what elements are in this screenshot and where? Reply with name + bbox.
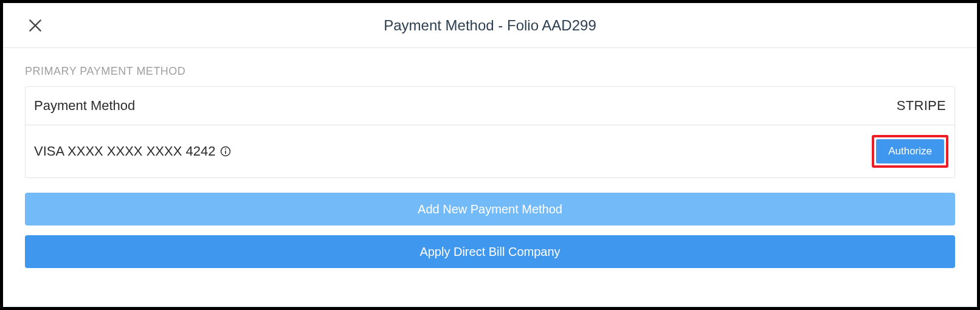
card-number-text: VISA XXXX XXXX XXXX 4242 — [34, 143, 215, 159]
authorize-button[interactable]: Authorize — [876, 139, 944, 164]
svg-rect-4 — [226, 151, 227, 154]
payment-method-column-header: Payment Method — [34, 98, 135, 114]
apply-direct-bill-company-button[interactable]: Apply Direct Bill Company — [25, 235, 955, 268]
close-button[interactable] — [26, 16, 44, 35]
table-header-row: Payment Method STRIPE — [26, 87, 954, 125]
authorize-highlight: Authorize — [872, 135, 948, 168]
add-new-payment-method-button[interactable]: Add New Payment Method — [25, 193, 955, 226]
modal-title: Payment Method - Folio AAD299 — [14, 17, 966, 34]
close-icon — [27, 18, 43, 33]
modal-container: Payment Method - Folio AAD299 PRIMARY PA… — [0, 0, 980, 310]
payment-method-table: Payment Method STRIPE VISA XXXX XXXX XXX… — [25, 86, 955, 178]
info-icon[interactable] — [219, 145, 232, 158]
action-buttons: Add New Payment Method Apply Direct Bill… — [25, 193, 955, 268]
table-row: VISA XXXX XXXX XXXX 4242 Authorize — [26, 125, 954, 177]
modal-header: Payment Method - Folio AAD299 — [3, 3, 977, 48]
section-label: PRIMARY PAYMENT METHOD — [25, 65, 955, 78]
modal-content: PRIMARY PAYMENT METHOD Payment Method ST… — [3, 48, 977, 279]
card-info: VISA XXXX XXXX XXXX 4242 — [34, 143, 232, 159]
provider-label: STRIPE — [897, 98, 946, 114]
svg-point-3 — [225, 148, 226, 150]
